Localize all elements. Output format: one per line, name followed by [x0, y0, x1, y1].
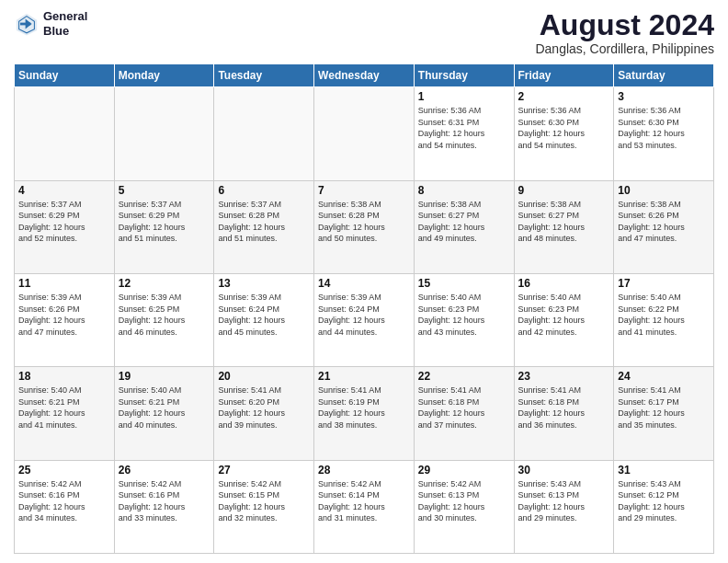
day-cell: 26Sunrise: 5:42 AM Sunset: 6:16 PM Dayli… — [114, 460, 214, 553]
calendar-table: SundayMondayTuesdayWednesdayThursdayFrid… — [14, 63, 714, 554]
week-row-1: 4Sunrise: 5:37 AM Sunset: 6:29 PM Daylig… — [15, 180, 714, 273]
day-number: 20 — [218, 370, 310, 383]
day-number: 6 — [218, 184, 310, 197]
location: Danglas, Cordillera, Philippines — [535, 41, 714, 56]
col-header-sunday: Sunday — [15, 64, 115, 87]
day-info: Sunrise: 5:36 AM Sunset: 6:30 PM Dayligh… — [618, 105, 710, 151]
day-info: Sunrise: 5:40 AM Sunset: 6:21 PM Dayligh… — [18, 385, 110, 431]
day-info: Sunrise: 5:41 AM Sunset: 6:18 PM Dayligh… — [518, 385, 610, 431]
day-cell: 7Sunrise: 5:38 AM Sunset: 6:28 PM Daylig… — [314, 180, 415, 273]
day-info: Sunrise: 5:36 AM Sunset: 6:31 PM Dayligh… — [418, 105, 510, 151]
day-cell — [15, 87, 115, 180]
col-header-tuesday: Tuesday — [214, 64, 314, 87]
day-cell: 24Sunrise: 5:41 AM Sunset: 6:17 PM Dayli… — [614, 367, 714, 460]
logo-text: General Blue — [43, 9, 87, 38]
day-cell: 28Sunrise: 5:42 AM Sunset: 6:14 PM Dayli… — [314, 460, 415, 553]
day-number: 3 — [618, 90, 710, 103]
day-info: Sunrise: 5:37 AM Sunset: 6:29 PM Dayligh… — [18, 199, 110, 245]
col-header-wednesday: Wednesday — [314, 64, 415, 87]
day-cell: 20Sunrise: 5:41 AM Sunset: 6:20 PM Dayli… — [214, 367, 314, 460]
day-cell — [114, 87, 214, 180]
svg-rect-2 — [20, 22, 30, 25]
day-cell: 1Sunrise: 5:36 AM Sunset: 6:31 PM Daylig… — [414, 87, 514, 180]
day-cell: 4Sunrise: 5:37 AM Sunset: 6:29 PM Daylig… — [15, 180, 115, 273]
day-number: 27 — [218, 464, 310, 477]
day-number: 11 — [18, 277, 110, 290]
day-cell: 22Sunrise: 5:41 AM Sunset: 6:18 PM Dayli… — [414, 367, 514, 460]
day-cell: 13Sunrise: 5:39 AM Sunset: 6:24 PM Dayli… — [214, 273, 314, 366]
day-cell: 17Sunrise: 5:40 AM Sunset: 6:22 PM Dayli… — [614, 273, 714, 366]
col-header-thursday: Thursday — [414, 64, 514, 87]
day-number: 24 — [618, 370, 710, 383]
day-number: 30 — [518, 464, 610, 477]
day-info: Sunrise: 5:41 AM Sunset: 6:17 PM Dayligh… — [618, 385, 710, 431]
day-cell: 10Sunrise: 5:38 AM Sunset: 6:26 PM Dayli… — [614, 180, 714, 273]
day-info: Sunrise: 5:41 AM Sunset: 6:20 PM Dayligh… — [218, 385, 310, 431]
header: General Blue August 2024 Danglas, Cordil… — [14, 9, 714, 56]
day-number: 12 — [119, 277, 210, 290]
day-cell: 30Sunrise: 5:43 AM Sunset: 6:13 PM Dayli… — [514, 460, 614, 553]
day-info: Sunrise: 5:40 AM Sunset: 6:21 PM Dayligh… — [119, 385, 210, 431]
day-cell: 18Sunrise: 5:40 AM Sunset: 6:21 PM Dayli… — [15, 367, 115, 460]
day-cell: 29Sunrise: 5:42 AM Sunset: 6:13 PM Dayli… — [414, 460, 514, 553]
day-number: 16 — [518, 277, 610, 290]
day-cell: 21Sunrise: 5:41 AM Sunset: 6:19 PM Dayli… — [314, 367, 415, 460]
day-number: 17 — [618, 277, 710, 290]
day-number: 23 — [518, 370, 610, 383]
day-number: 5 — [119, 184, 210, 197]
day-info: Sunrise: 5:38 AM Sunset: 6:27 PM Dayligh… — [418, 199, 510, 245]
day-number: 1 — [418, 90, 510, 103]
day-number: 22 — [418, 370, 510, 383]
day-info: Sunrise: 5:41 AM Sunset: 6:19 PM Dayligh… — [318, 385, 410, 431]
day-cell — [214, 87, 314, 180]
day-info: Sunrise: 5:40 AM Sunset: 6:23 PM Dayligh… — [518, 292, 610, 338]
page: General Blue August 2024 Danglas, Cordil… — [0, 0, 728, 563]
day-cell: 23Sunrise: 5:41 AM Sunset: 6:18 PM Dayli… — [514, 367, 614, 460]
day-info: Sunrise: 5:43 AM Sunset: 6:13 PM Dayligh… — [518, 478, 610, 524]
day-number: 25 — [18, 464, 110, 477]
day-info: Sunrise: 5:42 AM Sunset: 6:15 PM Dayligh… — [218, 478, 310, 524]
day-number: 19 — [119, 370, 210, 383]
day-number: 21 — [318, 370, 410, 383]
day-info: Sunrise: 5:38 AM Sunset: 6:28 PM Dayligh… — [318, 199, 410, 245]
week-row-0: 1Sunrise: 5:36 AM Sunset: 6:31 PM Daylig… — [15, 87, 714, 180]
week-row-3: 18Sunrise: 5:40 AM Sunset: 6:21 PM Dayli… — [15, 367, 714, 460]
day-cell — [314, 87, 415, 180]
day-cell: 9Sunrise: 5:38 AM Sunset: 6:27 PM Daylig… — [514, 180, 614, 273]
day-info: Sunrise: 5:39 AM Sunset: 6:24 PM Dayligh… — [218, 292, 310, 338]
day-number: 8 — [418, 184, 510, 197]
day-number: 26 — [119, 464, 210, 477]
title-block: August 2024 Danglas, Cordillera, Philipp… — [535, 9, 714, 56]
day-cell: 2Sunrise: 5:36 AM Sunset: 6:30 PM Daylig… — [514, 87, 614, 180]
day-number: 31 — [618, 464, 710, 477]
day-info: Sunrise: 5:40 AM Sunset: 6:23 PM Dayligh… — [418, 292, 510, 338]
day-cell: 14Sunrise: 5:39 AM Sunset: 6:24 PM Dayli… — [314, 273, 415, 366]
day-number: 9 — [518, 184, 610, 197]
day-cell: 5Sunrise: 5:37 AM Sunset: 6:29 PM Daylig… — [114, 180, 214, 273]
day-cell: 6Sunrise: 5:37 AM Sunset: 6:28 PM Daylig… — [214, 180, 314, 273]
day-info: Sunrise: 5:38 AM Sunset: 6:27 PM Dayligh… — [518, 199, 610, 245]
day-info: Sunrise: 5:40 AM Sunset: 6:22 PM Dayligh… — [618, 292, 710, 338]
logo-line1: General — [43, 9, 87, 24]
day-cell: 16Sunrise: 5:40 AM Sunset: 6:23 PM Dayli… — [514, 273, 614, 366]
day-cell: 11Sunrise: 5:39 AM Sunset: 6:26 PM Dayli… — [15, 273, 115, 366]
week-row-4: 25Sunrise: 5:42 AM Sunset: 6:16 PM Dayli… — [15, 460, 714, 553]
day-info: Sunrise: 5:42 AM Sunset: 6:16 PM Dayligh… — [18, 478, 110, 524]
day-cell: 31Sunrise: 5:43 AM Sunset: 6:12 PM Dayli… — [614, 460, 714, 553]
day-info: Sunrise: 5:38 AM Sunset: 6:26 PM Dayligh… — [618, 199, 710, 245]
day-number: 10 — [618, 184, 710, 197]
day-cell: 15Sunrise: 5:40 AM Sunset: 6:23 PM Dayli… — [414, 273, 514, 366]
day-info: Sunrise: 5:36 AM Sunset: 6:30 PM Dayligh… — [518, 105, 610, 151]
month-title: August 2024 — [535, 9, 714, 41]
day-number: 28 — [318, 464, 410, 477]
day-info: Sunrise: 5:42 AM Sunset: 6:13 PM Dayligh… — [418, 478, 510, 524]
day-cell: 19Sunrise: 5:40 AM Sunset: 6:21 PM Dayli… — [114, 367, 214, 460]
day-info: Sunrise: 5:42 AM Sunset: 6:16 PM Dayligh… — [119, 478, 210, 524]
day-cell: 25Sunrise: 5:42 AM Sunset: 6:16 PM Dayli… — [15, 460, 115, 553]
day-info: Sunrise: 5:39 AM Sunset: 6:26 PM Dayligh… — [18, 292, 110, 338]
logo-line2: Blue — [43, 24, 87, 39]
day-number: 13 — [218, 277, 310, 290]
col-header-monday: Monday — [114, 64, 214, 87]
col-header-saturday: Saturday — [614, 64, 714, 87]
day-info: Sunrise: 5:42 AM Sunset: 6:14 PM Dayligh… — [318, 478, 410, 524]
